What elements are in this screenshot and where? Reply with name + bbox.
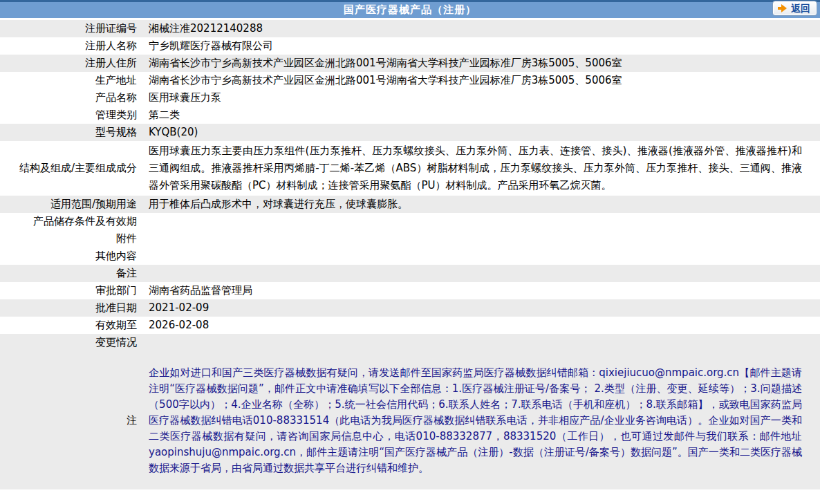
row-label: 产品储存条件及有效期: [0, 214, 143, 229]
row-label: 适用范围/预期用途: [0, 197, 143, 212]
row-label: 结构及组成/主要组成成分: [0, 161, 143, 176]
row-label: 审批部门: [0, 283, 143, 298]
row-value: 医用球囊压力泵: [143, 91, 820, 105]
row-value: 医用球囊压力泵主要由压力泵组件(压力泵推杆、压力泵螺纹接头、压力泵外筒、压力表、…: [143, 142, 820, 194]
row-label: 批准日期: [0, 301, 143, 315]
row-label: 注册人名称: [0, 39, 143, 53]
table-row: 产品储存条件及有效期: [0, 213, 820, 230]
table-row: 注册人名称宁乡凯耀医疗器械有限公司: [0, 37, 820, 55]
row-value: KYQB(20): [143, 125, 820, 140]
row-label: 附件: [0, 232, 143, 246]
back-button-label: 返回: [791, 1, 810, 15]
row-value: 宁乡凯耀医疗器械有限公司: [143, 39, 820, 53]
table-row: 变更情况: [0, 334, 820, 351]
row-value: 湘械注准20212140288: [143, 21, 820, 36]
row-label: 产品名称: [0, 91, 143, 105]
table-row: 审批部门湖南省药品监督管理局: [0, 282, 820, 299]
row-label: 注: [0, 413, 143, 428]
row-label: 注册证编号: [0, 21, 143, 36]
table-row: 注企业如对进口和国产三类医疗器械数据有疑问，请发送邮件至国家药监局医疗器械数据纠…: [0, 351, 820, 489]
detail-table: 注册证编号湘械注准20212140288注册人名称宁乡凯耀医疗器械有限公司注册人…: [0, 20, 820, 489]
row-value: 2026-02-08: [143, 318, 820, 333]
table-row: 型号规格KYQB(20): [0, 124, 820, 141]
back-arrow-icon: [778, 4, 787, 12]
row-value: 企业如对进口和国产三类医疗器械数据有疑问，请发送邮件至国家药监局医疗器械数据纠错…: [143, 365, 820, 476]
row-value: 湖南省长沙市宁乡高新技术产业园区金洲北路001号湖南省大学科技产业园标准厂房3栋…: [143, 73, 820, 88]
table-row: 产品名称医用球囊压力泵: [0, 89, 820, 106]
row-label: 生产地址: [0, 73, 143, 88]
table-row: 生产地址湖南省长沙市宁乡高新技术产业园区金洲北路001号湖南省大学科技产业园标准…: [0, 72, 820, 89]
row-label: 注册人住所: [0, 56, 143, 71]
row-value: 2021-02-09: [143, 301, 820, 315]
page: 国产医疗器械产品（注册） 返回 注册证编号湘械注准20212140288注册人名…: [0, 0, 820, 489]
row-value: 湖南省药品监督管理局: [143, 283, 820, 298]
page-title: 国产医疗器械产品（注册）: [344, 3, 476, 16]
row-label: 变更情况: [0, 335, 143, 350]
row-value: 第二类: [143, 108, 820, 122]
row-label: 备注: [0, 266, 143, 281]
table-row: 附件: [0, 230, 820, 248]
row-label: 有效期至: [0, 318, 143, 333]
row-label: 其他内容: [0, 249, 143, 263]
table-row: 备注: [0, 265, 820, 282]
table-row: 批准日期2021-02-09: [0, 299, 820, 317]
row-label: 型号规格: [0, 125, 143, 140]
table-row: 注册人住所湖南省长沙市宁乡高新技术产业园区金洲北路001号湖南省大学科技产业园标…: [0, 55, 820, 72]
row-value: 湖南省长沙市宁乡高新技术产业园区金洲北路001号湖南省大学科技产业园标准厂房3栋…: [143, 56, 820, 71]
table-row: 适用范围/预期用途用于椎体后凸成形术中，对球囊进行充压，使球囊膨胀。: [0, 196, 820, 213]
header-bar: 国产医疗器械产品（注册） 返回: [0, 0, 820, 18]
table-row: 结构及组成/主要组成成分医用球囊压力泵主要由压力泵组件(压力泵推杆、压力泵螺纹接…: [0, 141, 820, 196]
row-label: 管理类别: [0, 108, 143, 122]
back-button[interactable]: 返回: [772, 1, 817, 16]
table-row: 管理类别第二类: [0, 106, 820, 124]
table-row: 其他内容: [0, 248, 820, 265]
table-row: 有效期至2026-02-08: [0, 317, 820, 334]
table-row: 注册证编号湘械注准20212140288: [0, 20, 820, 37]
row-value: 用于椎体后凸成形术中，对球囊进行充压，使球囊膨胀。: [143, 197, 820, 212]
